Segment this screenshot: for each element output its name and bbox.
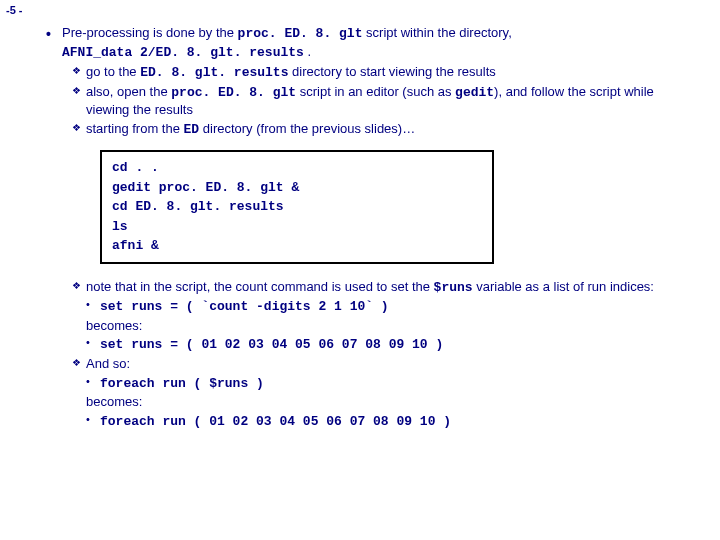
text: go to the [86, 64, 140, 79]
text-line: becomes: [72, 393, 692, 411]
sub-bullet: go to the ED. 8. glt. results directory … [72, 63, 692, 82]
slide-page: -5 - • Pre-processing is done by the pro… [0, 0, 720, 540]
code-inline: $runs [434, 280, 473, 295]
code-line: ls [112, 217, 482, 237]
text: starting from the [86, 121, 184, 136]
code-line: cd . . [112, 158, 482, 178]
inner-bullet: foreach run ( 01 02 03 04 05 06 07 08 09… [72, 412, 692, 431]
code-inline: gedit [455, 85, 494, 100]
sub-bullet-list: go to the ED. 8. glt. results directory … [72, 63, 692, 138]
code-line: foreach run ( 01 02 03 04 05 06 07 08 09… [100, 414, 451, 429]
sub-bullet: also, open the proc. ED. 8. glt script i… [72, 83, 692, 119]
notes-block: note that in the script, the count comma… [72, 278, 692, 430]
text-line: becomes: [72, 317, 692, 335]
content-area: • Pre-processing is done by the proc. ED… [62, 24, 692, 431]
code-line: gedit proc. ED. 8. glt & [112, 178, 482, 198]
text: variable as a list of run indices: [473, 279, 654, 294]
code-line: cd ED. 8. glt. results [112, 197, 482, 217]
text: also, open the [86, 84, 171, 99]
text: Pre-processing is done by the [62, 25, 238, 40]
bullet-icon: • [46, 26, 51, 42]
code-line: afni & [112, 236, 482, 256]
code-block: cd . . gedit proc. ED. 8. glt & cd ED. 8… [100, 150, 494, 264]
code-line: foreach run ( $runs ) [100, 376, 264, 391]
text: directory to start viewing the results [288, 64, 495, 79]
text: note that in the script, the count comma… [86, 279, 434, 294]
text: And so: [86, 356, 130, 371]
code-inline: ED [184, 122, 200, 137]
main-bullet-text: Pre-processing is done by the proc. ED. … [62, 24, 692, 61]
code-line: set runs = ( `count -digits 2 1 10` ) [100, 299, 389, 314]
sub-bullet: starting from the ED directory (from the… [72, 120, 692, 139]
sub-bullet: And so: [72, 355, 692, 373]
sub-bullet: note that in the script, the count comma… [72, 278, 692, 297]
inner-bullet: foreach run ( $runs ) [72, 374, 692, 393]
text: . [304, 44, 311, 59]
code-inline: AFNI_data 2/ED. 8. glt. results [62, 45, 304, 60]
code-inline: ED. 8. glt. results [140, 65, 288, 80]
page-number: -5 - [6, 4, 23, 16]
code-inline: proc. ED. 8. glt [238, 26, 363, 41]
code-inline: proc. ED. 8. glt [171, 85, 296, 100]
text: script within the directory, [362, 25, 511, 40]
text: directory (from the previous slides)… [199, 121, 415, 136]
inner-bullet: set runs = ( `count -digits 2 1 10` ) [72, 297, 692, 316]
code-line: set runs = ( 01 02 03 04 05 06 07 08 09 … [100, 337, 443, 352]
inner-bullet: set runs = ( 01 02 03 04 05 06 07 08 09 … [72, 335, 692, 354]
text: script in an editor (such as [296, 84, 455, 99]
